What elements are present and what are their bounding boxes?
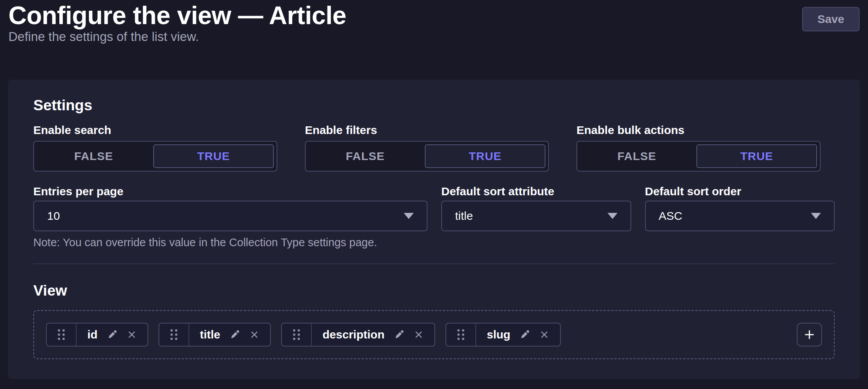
entries-per-page-hint: Note: You can override this value in the… bbox=[33, 236, 427, 249]
field-chip-id: id bbox=[46, 323, 148, 347]
enable-bulk-actions-true-option[interactable]: TRUE bbox=[696, 144, 817, 168]
drag-handle-icon[interactable] bbox=[282, 324, 312, 346]
close-icon[interactable] bbox=[539, 330, 549, 340]
field-enable-bulk-actions: Enable bulk actions FALSE TRUE bbox=[576, 123, 821, 172]
default-sort-attribute-value: title bbox=[455, 209, 473, 222]
default-sort-order-label: Default sort order bbox=[645, 185, 835, 198]
pencil-icon[interactable] bbox=[394, 329, 405, 340]
pencil-icon[interactable] bbox=[107, 329, 118, 340]
enable-filters-false-option[interactable]: FALSE bbox=[306, 142, 425, 171]
selects-row: Entries per page 10 Note: You can overri… bbox=[33, 185, 835, 249]
view-section-heading: View bbox=[33, 282, 835, 299]
entries-per-page-label: Entries per page bbox=[33, 185, 427, 198]
page-subtitle: Define the settings of the list view. bbox=[8, 29, 346, 44]
drag-handle-icon[interactable] bbox=[47, 324, 77, 346]
enable-filters-toggle: FALSE TRUE bbox=[305, 141, 549, 172]
field-entries-per-page: Entries per page 10 Note: You can overri… bbox=[33, 185, 427, 249]
add-field-button[interactable] bbox=[797, 323, 822, 347]
toggles-row: Enable search FALSE TRUE Enable filters … bbox=[33, 123, 835, 172]
drag-handle-icon[interactable] bbox=[446, 324, 476, 346]
field-chips: id bbox=[46, 323, 561, 347]
field-chip-label: slug bbox=[487, 328, 511, 341]
enable-search-toggle: FALSE TRUE bbox=[33, 141, 277, 172]
enable-search-false-option[interactable]: FALSE bbox=[34, 142, 153, 171]
default-sort-order-value: ASC bbox=[659, 209, 683, 222]
page-title: Configure the view — Article bbox=[8, 2, 346, 29]
plus-icon bbox=[803, 328, 816, 341]
settings-section-heading: Settings bbox=[33, 96, 835, 114]
enable-search-true-option[interactable]: TRUE bbox=[153, 144, 274, 168]
enable-filters-true-option[interactable]: TRUE bbox=[425, 144, 545, 168]
view-fields-dropzone: id bbox=[33, 310, 835, 359]
enable-search-label: Enable search bbox=[33, 123, 277, 137]
close-icon[interactable] bbox=[127, 330, 137, 340]
field-default-sort-attribute: Default sort attribute title bbox=[441, 185, 631, 249]
entries-per-page-select[interactable]: 10 bbox=[33, 201, 427, 231]
enable-bulk-actions-false-option[interactable]: FALSE bbox=[577, 142, 696, 171]
default-sort-order-select[interactable]: ASC bbox=[645, 201, 835, 231]
field-chip-label: title bbox=[200, 328, 220, 341]
page-header: Configure the view — Article Define the … bbox=[0, 0, 868, 44]
field-enable-filters: Enable filters FALSE TRUE bbox=[305, 123, 549, 172]
field-default-sort-order: Default sort order ASC bbox=[645, 185, 835, 249]
field-chip-label: id bbox=[87, 328, 98, 341]
enable-bulk-actions-label: Enable bulk actions bbox=[576, 123, 821, 137]
enable-bulk-actions-toggle: FALSE TRUE bbox=[576, 141, 821, 172]
field-chip-slug: slug bbox=[445, 323, 561, 347]
chevron-down-icon bbox=[811, 213, 821, 219]
entries-per-page-value: 10 bbox=[47, 209, 60, 222]
section-divider bbox=[33, 263, 835, 264]
default-sort-attribute-label: Default sort attribute bbox=[441, 185, 631, 198]
field-chip-title: title bbox=[159, 323, 271, 347]
pencil-icon[interactable] bbox=[519, 329, 530, 340]
save-button[interactable]: Save bbox=[802, 7, 860, 31]
field-enable-search: Enable search FALSE TRUE bbox=[33, 123, 277, 172]
chevron-down-icon bbox=[404, 213, 414, 219]
field-chip-description: description bbox=[281, 323, 435, 347]
page-header-text: Configure the view — Article Define the … bbox=[8, 2, 346, 44]
pencil-icon[interactable] bbox=[229, 329, 240, 340]
enable-filters-label: Enable filters bbox=[305, 123, 549, 137]
field-chip-label: description bbox=[323, 328, 385, 341]
close-icon[interactable] bbox=[414, 330, 424, 340]
chevron-down-icon bbox=[608, 213, 617, 219]
close-icon[interactable] bbox=[249, 330, 259, 340]
drag-handle-icon[interactable] bbox=[159, 324, 189, 346]
settings-card: Settings Enable search FALSE TRUE Enable… bbox=[8, 80, 860, 379]
default-sort-attribute-select[interactable]: title bbox=[441, 201, 631, 231]
